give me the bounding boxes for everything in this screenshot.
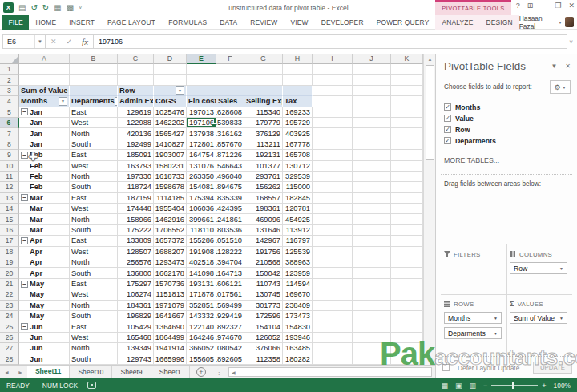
tab-analyze[interactable]: ANALYZE: [435, 15, 479, 30]
department-cell[interactable]: South: [70, 225, 118, 236]
department-cell[interactable]: East: [70, 236, 118, 246]
value-cell[interactable]: 118110: [187, 225, 216, 236]
checkbox-icon[interactable]: ✓: [444, 103, 451, 111]
value-cell[interactable]: 155286: [187, 236, 216, 246]
cell[interactable]: [216, 64, 244, 75]
month-cell[interactable]: Feb: [19, 182, 70, 192]
cell[interactable]: [313, 279, 353, 289]
value-cell[interactable]: 193131: [187, 279, 216, 289]
cell[interactable]: [313, 257, 353, 268]
value-cell[interactable]: 469096: [244, 214, 283, 224]
cell[interactable]: [353, 236, 391, 246]
value-cell[interactable]: 1628608: [216, 107, 244, 118]
cell[interactable]: [353, 257, 391, 268]
selected-cell-E6[interactable]: 197106: [187, 118, 216, 128]
collapse-outline-icon[interactable]: −: [21, 194, 28, 201]
enter-formula-icon[interactable]: ✓: [62, 38, 78, 46]
ribbon-options-icon[interactable]: ⊞: [527, 2, 534, 10]
value-cell[interactable]: 1641667: [154, 311, 187, 321]
value-cell[interactable]: 1496040: [216, 172, 244, 182]
cell[interactable]: [313, 321, 353, 332]
tab-formulas[interactable]: FORMULAS: [162, 18, 213, 26]
department-cell[interactable]: North: [70, 128, 118, 139]
value-cell[interactable]: 1151813: [154, 289, 187, 300]
months-filter-dropdown-icon[interactable]: ▼: [59, 97, 67, 106]
value-column-header[interactable]: Tax: [283, 96, 313, 107]
value-cell[interactable]: 156262: [244, 182, 283, 192]
month-cell[interactable]: May: [19, 311, 70, 321]
value-cell[interactable]: 191756: [244, 247, 283, 257]
row-header-12[interactable]: 12: [0, 182, 19, 192]
value-cell[interactable]: 1565427: [154, 128, 187, 139]
cell[interactable]: [353, 139, 391, 150]
user-account[interactable]: Hasaan Fazal ▾: [519, 14, 577, 30]
row-header-1[interactable]: 1: [0, 64, 19, 75]
month-cell[interactable]: Apr: [19, 257, 70, 268]
value-cell[interactable]: 197330: [118, 172, 154, 182]
cell[interactable]: [391, 75, 423, 85]
department-cell[interactable]: West: [70, 247, 118, 257]
cell[interactable]: [391, 268, 423, 278]
value-cell[interactable]: 174448: [118, 204, 154, 214]
tab-file[interactable]: FILE: [2, 15, 29, 30]
cell[interactable]: [391, 311, 423, 321]
formula-bar-collapse-icon[interactable]: ˅: [569, 38, 577, 46]
area-field-months[interactable]: Months▼: [444, 312, 502, 324]
value-cell[interactable]: 172801: [187, 139, 216, 150]
column-header-H[interactable]: H: [283, 54, 313, 64]
value-cell[interactable]: 116797: [283, 236, 313, 246]
cell[interactable]: [313, 150, 353, 160]
row-header-9[interactable]: 9: [0, 150, 19, 160]
cell[interactable]: [353, 214, 391, 224]
cell[interactable]: [313, 225, 353, 236]
cell[interactable]: [353, 321, 391, 332]
cell[interactable]: [391, 150, 423, 160]
department-cell[interactable]: South: [70, 268, 118, 278]
cell[interactable]: [353, 204, 391, 214]
column-header-F[interactable]: F: [216, 54, 244, 64]
value-cell[interactable]: 125539: [283, 247, 313, 257]
rows-area[interactable]: ROWS Months▼Deparments▼: [441, 294, 506, 339]
update-button[interactable]: UPDATE: [533, 362, 572, 374]
tab-review[interactable]: REVIEW: [244, 18, 284, 26]
month-cell[interactable]: Jan: [19, 118, 70, 128]
cancel-formula-icon[interactable]: ✕: [46, 38, 62, 46]
collapse-outline-icon[interactable]: −: [21, 237, 28, 244]
value-cell[interactable]: 1017561: [216, 289, 244, 300]
cell[interactable]: [353, 193, 391, 204]
value-cell[interactable]: 191908: [187, 247, 216, 257]
department-cell[interactable]: North: [70, 257, 118, 268]
value-cell[interactable]: 169233: [283, 107, 313, 118]
row-header-10[interactable]: 10: [0, 161, 19, 172]
checkbox-icon[interactable]: ✓: [444, 137, 451, 144]
value-cell[interactable]: 126052: [244, 333, 283, 343]
row-filter-cell[interactable]: ▼: [154, 86, 187, 96]
more-tables-link[interactable]: MORE TABLES...: [436, 147, 577, 164]
column-header-B[interactable]: B: [70, 54, 118, 64]
checkbox-icon[interactable]: ✓: [444, 126, 451, 133]
row-header-13[interactable]: 13: [0, 193, 19, 204]
value-cell[interactable]: 1894675: [216, 182, 244, 192]
cell[interactable]: [353, 150, 391, 160]
value-cell[interactable]: 1864499: [154, 333, 187, 343]
value-cell[interactable]: 256576: [118, 257, 154, 268]
worksheet-grid[interactable]: ABCDEFGHIJK123Sum of ValueRow▼4Months▼De…: [0, 54, 435, 365]
value-cell[interactable]: 193946: [283, 333, 313, 343]
value-cell[interactable]: 172596: [244, 311, 283, 321]
columns-area[interactable]: COLUMNS Row▼: [506, 244, 572, 274]
horizontal-scrollbar[interactable]: ◀: [228, 367, 432, 377]
zoom-in-icon[interactable]: +: [542, 382, 546, 390]
cell[interactable]: [187, 64, 216, 75]
value-cell[interactable]: 175222: [118, 225, 154, 236]
value-cell[interactable]: 1892327: [216, 321, 244, 332]
department-cell[interactable]: West: [70, 204, 118, 214]
value-cell[interactable]: 129743: [118, 354, 154, 365]
month-cell[interactable]: −Mar: [19, 193, 70, 204]
value-cell[interactable]: 1546643: [216, 161, 244, 172]
tools-button[interactable]: ⚙▼: [550, 80, 571, 94]
tab-insert[interactable]: INSERT: [63, 18, 101, 26]
value-column-header[interactable]: Admin Exp: [118, 96, 154, 107]
value-cell[interactable]: 1025476: [154, 107, 187, 118]
cell[interactable]: [313, 172, 353, 182]
cell[interactable]: [391, 128, 423, 139]
